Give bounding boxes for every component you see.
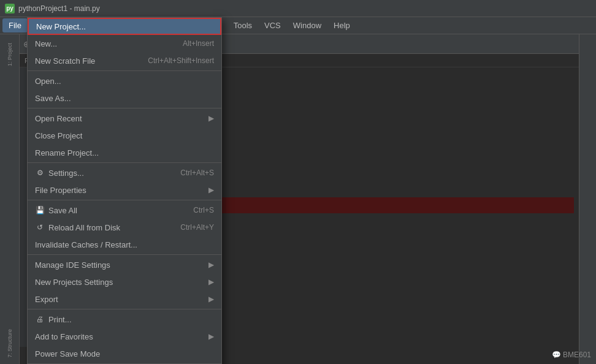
sep-4 xyxy=(28,200,221,200)
settings-label: Settings... xyxy=(48,169,84,178)
new-project-label: New Project... xyxy=(36,22,86,31)
save-as-label: Save As... xyxy=(35,94,71,103)
menu-item-new-project[interactable]: New Project... xyxy=(28,18,221,35)
close-project-label: Close Project xyxy=(35,131,82,140)
open-label: Open... xyxy=(35,77,61,86)
sep-5 xyxy=(28,254,221,255)
menu-item-rename-project[interactable]: Rename Project... xyxy=(28,144,221,161)
menu-item-close-project[interactable]: Close Project xyxy=(28,127,221,144)
new-label: New... xyxy=(35,39,57,48)
new-projects-settings-arrow: ▶ xyxy=(208,278,214,286)
add-favorites-arrow: ▶ xyxy=(208,332,214,341)
menu-item-power-save[interactable]: Power Save Mode xyxy=(28,345,221,362)
sep-3 xyxy=(28,162,221,163)
menu-item-invalidate[interactable]: Invalidate Caches / Restart... xyxy=(28,236,221,253)
menu-item-open[interactable]: Open... xyxy=(28,72,221,89)
new-projects-settings-label: New Projects Settings xyxy=(35,278,113,287)
save-all-label: Save All xyxy=(48,206,77,215)
manage-ide-label: Manage IDE Settings xyxy=(35,260,110,270)
export-arrow: ▶ xyxy=(208,295,214,303)
file-properties-label: File Properties xyxy=(35,186,86,195)
export-label: Export xyxy=(35,295,58,304)
save-all-icon: 💾 xyxy=(35,205,45,215)
manage-ide-arrow: ▶ xyxy=(208,260,214,269)
menu-item-export[interactable]: Export ▶ xyxy=(28,290,221,308)
add-favorites-label: Add to Favorites xyxy=(35,332,93,341)
new-scratch-label: New Scratch File xyxy=(35,56,95,66)
menu-item-settings[interactable]: ⚙ Settings... Ctrl+Alt+S xyxy=(28,164,221,181)
sep-1 xyxy=(28,70,221,71)
new-scratch-shortcut: Ctrl+Alt+Shift+Insert xyxy=(148,56,214,65)
menu-item-new-projects-settings[interactable]: New Projects Settings ▶ xyxy=(28,273,221,290)
print-icon: 🖨 xyxy=(35,314,45,324)
sep-6 xyxy=(28,309,221,309)
menu-item-save-all[interactable]: 💾 Save All Ctrl+S xyxy=(28,202,221,219)
reload-shortcut: Ctrl+Alt+Y xyxy=(180,223,214,232)
new-shortcut: Alt+Insert xyxy=(183,39,214,48)
file-dropdown-menu: New Project... New... Alt+Insert New Scr… xyxy=(27,17,222,364)
menu-item-new[interactable]: New... Alt+Insert xyxy=(28,35,221,52)
sep-2 xyxy=(28,108,221,108)
open-recent-label: Open Recent xyxy=(35,114,82,123)
menu-item-add-favorites[interactable]: Add to Favorites ▶ xyxy=(28,328,221,345)
reload-label: Reload All from Disk xyxy=(48,223,120,232)
rename-project-label: Rename Project... xyxy=(35,148,99,157)
invalidate-label: Invalidate Caches / Restart... xyxy=(35,240,137,249)
settings-menu-icon: ⚙ xyxy=(35,168,45,178)
settings-shortcut: Ctrl+Alt+S xyxy=(180,169,214,177)
open-recent-arrow: ▶ xyxy=(208,114,214,123)
power-save-label: Power Save Mode xyxy=(35,349,100,358)
menu-item-new-scratch[interactable]: New Scratch File Ctrl+Alt+Shift+Insert xyxy=(28,52,221,69)
menu-item-file-properties[interactable]: File Properties ▶ xyxy=(28,181,221,199)
save-all-shortcut: Ctrl+S xyxy=(193,206,214,214)
new-project-left: New Project... xyxy=(36,22,86,31)
reload-icon: ↺ xyxy=(35,222,45,232)
file-properties-arrow: ▶ xyxy=(208,186,214,194)
menu-item-print[interactable]: 🖨 Print... xyxy=(28,311,221,328)
menu-item-manage-ide[interactable]: Manage IDE Settings ▶ xyxy=(28,256,221,273)
print-label: Print... xyxy=(48,315,72,324)
menu-item-open-recent[interactable]: Open Recent ▶ xyxy=(28,110,221,127)
dropdown-overlay: New Project... New... Alt+Insert New Scr… xyxy=(0,0,596,364)
menu-item-reload[interactable]: ↺ Reload All from Disk Ctrl+Alt+Y xyxy=(28,219,221,236)
menu-item-save-as[interactable]: Save As... xyxy=(28,89,221,107)
